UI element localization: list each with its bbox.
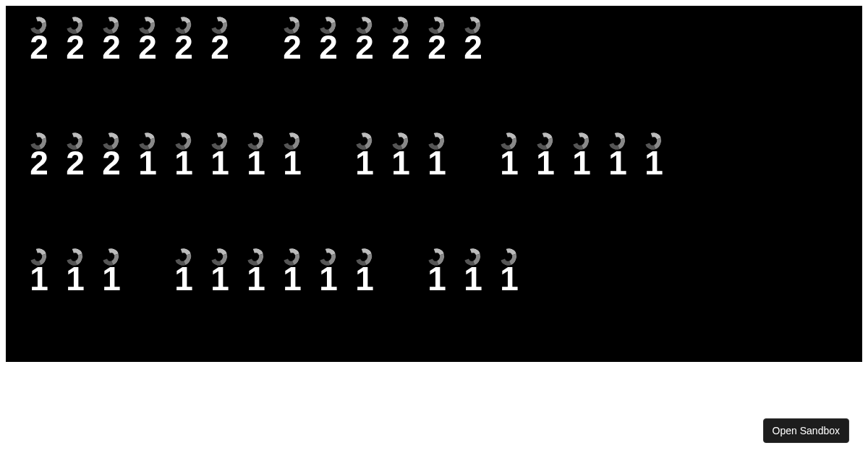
digit: 1 <box>64 262 87 295</box>
glyph-2: 2 <box>27 136 51 180</box>
gap <box>389 252 412 295</box>
glyph-1: 1 <box>208 252 231 295</box>
glyph-2: 2 <box>281 20 304 64</box>
digit: 1 <box>208 146 231 180</box>
digit: 2 <box>461 30 485 64</box>
digit: 1 <box>317 262 340 295</box>
glyph-2: 2 <box>425 20 448 64</box>
digit: 1 <box>136 146 159 180</box>
glyph-1: 1 <box>64 252 87 295</box>
glyph-2: 2 <box>100 20 123 64</box>
glyph-1: 1 <box>281 136 304 180</box>
glyph-1: 1 <box>317 252 340 295</box>
digit: 2 <box>64 146 87 180</box>
glyph-2: 2 <box>64 20 87 64</box>
digit: 2 <box>172 30 195 64</box>
digit: 2 <box>281 30 304 64</box>
digit: 1 <box>281 262 304 295</box>
glyph-1: 1 <box>570 136 593 180</box>
glyph-1: 1 <box>100 252 123 295</box>
glyph-2: 2 <box>208 20 231 64</box>
visualization-canvas: 222222222222 2221111111111111 1111111111… <box>6 6 862 362</box>
glyph-2: 2 <box>172 20 195 64</box>
digit: 1 <box>642 146 665 180</box>
glyph-2: 2 <box>317 20 340 64</box>
digit: 2 <box>353 30 376 64</box>
digit: 2 <box>425 30 448 64</box>
glyph-1: 1 <box>353 252 376 295</box>
glyph-1: 1 <box>244 252 268 295</box>
digit: 1 <box>425 262 448 295</box>
digit: 2 <box>389 30 412 64</box>
glyph-1: 1 <box>389 136 412 180</box>
glyph-1: 1 <box>172 252 195 295</box>
gap <box>136 252 159 295</box>
glyph-1: 1 <box>208 136 231 180</box>
row-3: 111111111111 <box>27 252 521 295</box>
glyph-1: 1 <box>606 136 629 180</box>
glyph-1: 1 <box>534 136 557 180</box>
glyph-2: 2 <box>353 20 376 64</box>
glyph-2: 2 <box>64 136 87 180</box>
digit: 1 <box>389 146 412 180</box>
glyph-1: 1 <box>425 252 448 295</box>
digit: 1 <box>498 262 521 295</box>
digit: 2 <box>100 146 123 180</box>
digit: 2 <box>208 30 231 64</box>
glyph-1: 1 <box>136 136 159 180</box>
digit: 1 <box>570 146 593 180</box>
glyph-1: 1 <box>27 252 51 295</box>
digit: 1 <box>172 262 195 295</box>
glyph-1: 1 <box>353 136 376 180</box>
digit: 2 <box>136 30 159 64</box>
digit: 2 <box>27 30 51 64</box>
row-1: 222222222222 <box>27 20 485 64</box>
digit: 1 <box>353 262 376 295</box>
digit: 1 <box>498 146 521 180</box>
digit: 1 <box>244 146 268 180</box>
digit: 1 <box>353 146 376 180</box>
digit: 1 <box>208 262 231 295</box>
glyph-1: 1 <box>172 136 195 180</box>
glyph-1: 1 <box>498 252 521 295</box>
glyph-1: 1 <box>244 136 268 180</box>
glyph-2: 2 <box>27 20 51 64</box>
digit: 2 <box>64 30 87 64</box>
digit: 1 <box>461 262 485 295</box>
glyph-1: 1 <box>642 136 665 180</box>
digit: 1 <box>425 146 448 180</box>
digit: 2 <box>27 146 51 180</box>
digit: 1 <box>281 146 304 180</box>
glyph-1: 1 <box>281 252 304 295</box>
glyph-1: 1 <box>498 136 521 180</box>
glyph-2: 2 <box>100 136 123 180</box>
digit: 1 <box>27 262 51 295</box>
glyph-2: 2 <box>136 20 159 64</box>
glyph-1: 1 <box>461 252 485 295</box>
glyph-1: 1 <box>425 136 448 180</box>
digit: 1 <box>606 146 629 180</box>
digit: 2 <box>100 30 123 64</box>
glyph-2: 2 <box>461 20 485 64</box>
gap <box>317 136 340 180</box>
digit: 1 <box>244 262 268 295</box>
gap <box>244 20 268 64</box>
digit: 1 <box>172 146 195 180</box>
open-sandbox-button[interactable]: Open Sandbox <box>763 418 849 443</box>
digit: 2 <box>317 30 340 64</box>
digit: 1 <box>534 146 557 180</box>
row-2: 2221111111111111 <box>27 136 665 180</box>
gap <box>461 136 485 180</box>
glyph-2: 2 <box>389 20 412 64</box>
digit: 1 <box>100 262 123 295</box>
